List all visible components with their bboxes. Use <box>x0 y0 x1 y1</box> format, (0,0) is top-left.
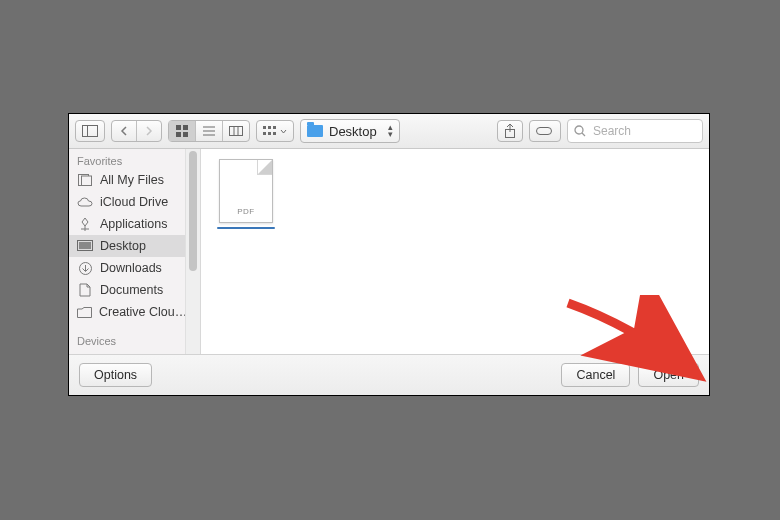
sidebar-item-label: Desktop <box>100 239 146 253</box>
chevron-left-icon <box>120 126 128 136</box>
svg-rect-16 <box>268 132 271 135</box>
svg-rect-9 <box>230 127 243 136</box>
sidebar-item-creative-cloud[interactable]: Creative Clou… <box>69 301 185 323</box>
sidebar-item-all-my-files[interactable]: All My Files <box>69 169 185 191</box>
list-icon <box>203 126 215 136</box>
back-button[interactable] <box>112 121 137 141</box>
options-button[interactable]: Options <box>79 363 152 387</box>
sidebar-item-label: Downloads <box>100 261 162 275</box>
sidebar-item-label: iCloud Drive <box>100 195 168 209</box>
applications-icon <box>77 217 93 231</box>
file-thumbnail: PDF <box>219 159 273 223</box>
column-view-button[interactable] <box>223 121 249 141</box>
dialog-footer: Options Cancel Open <box>69 354 709 395</box>
updown-icon: ▴▾ <box>388 124 393 138</box>
file-open-dialog: Desktop ▴▾ Favorites All My Files <box>68 113 710 396</box>
columns-icon <box>229 126 243 136</box>
sidebar: Favorites All My Files iCloud Drive Appl… <box>69 149 201 354</box>
grid-icon <box>176 125 188 137</box>
documents-icon <box>77 283 93 297</box>
share-button[interactable] <box>497 120 523 142</box>
view-mode-segment <box>168 120 250 142</box>
path-label: Desktop <box>329 124 377 139</box>
dialog-body: Favorites All My Files iCloud Drive Appl… <box>69 149 709 354</box>
toolbar: Desktop ▴▾ <box>69 114 709 149</box>
svg-rect-3 <box>183 125 188 130</box>
share-icon <box>504 124 516 138</box>
svg-rect-4 <box>176 132 181 137</box>
file-selection-indicator <box>217 227 275 229</box>
svg-rect-15 <box>263 132 266 135</box>
sidebar-item-documents[interactable]: Documents <box>69 279 185 301</box>
search-field[interactable] <box>567 119 703 143</box>
sidebar-item-icloud-drive[interactable]: iCloud Drive <box>69 191 185 213</box>
search-input[interactable] <box>591 123 675 139</box>
folder-icon <box>77 305 92 319</box>
file-item-pdf[interactable]: PDF <box>215 159 277 229</box>
chevron-right-icon <box>145 126 153 136</box>
search-icon <box>574 125 586 137</box>
sidebar-section-favorites: Favorites <box>69 149 185 169</box>
sidebar-item-label: Documents <box>100 283 163 297</box>
forward-button[interactable] <box>137 121 161 141</box>
sidebar-item-downloads[interactable]: Downloads <box>69 257 185 279</box>
all-my-files-icon <box>77 173 93 187</box>
svg-rect-12 <box>263 126 266 129</box>
chevron-down-icon <box>280 129 287 134</box>
icon-view-button[interactable] <box>169 121 196 141</box>
svg-rect-2 <box>176 125 181 130</box>
open-button[interactable]: Open <box>638 363 699 387</box>
sidebar-item-label: All My Files <box>100 173 164 187</box>
path-popup[interactable]: Desktop ▴▾ <box>300 119 400 143</box>
svg-rect-17 <box>273 132 276 135</box>
cancel-button[interactable]: Cancel <box>561 363 630 387</box>
file-type-label: PDF <box>220 207 272 216</box>
arrange-icon <box>263 126 277 136</box>
cloud-icon <box>77 195 93 209</box>
svg-line-22 <box>582 133 585 136</box>
sidebar-toggle-button[interactable] <box>75 120 105 142</box>
scrollbar-thumb[interactable] <box>189 151 197 271</box>
folder-icon <box>307 125 323 137</box>
svg-rect-0 <box>83 126 98 137</box>
svg-rect-14 <box>273 126 276 129</box>
downloads-icon <box>77 261 93 275</box>
nav-back-forward <box>111 120 162 142</box>
sidebar-item-applications[interactable]: Applications <box>69 213 185 235</box>
list-view-button[interactable] <box>196 121 223 141</box>
svg-rect-28 <box>79 242 91 249</box>
svg-rect-24 <box>81 176 91 186</box>
file-browser-area[interactable]: PDF <box>201 149 709 354</box>
tags-button[interactable] <box>529 120 561 142</box>
sidebar-scrollbar[interactable] <box>185 149 200 354</box>
sidebar-item-label: Creative Clou… <box>99 305 185 319</box>
desktop-icon <box>77 239 93 253</box>
sidebar-icon <box>82 125 98 137</box>
svg-rect-5 <box>183 132 188 137</box>
arrange-button[interactable] <box>256 120 294 142</box>
sidebar-item-desktop[interactable]: Desktop <box>69 235 185 257</box>
sidebar-item-label: Applications <box>100 217 167 231</box>
tag-icon <box>536 125 554 137</box>
sidebar-section-devices: Devices <box>69 329 185 349</box>
svg-rect-13 <box>268 126 271 129</box>
svg-point-21 <box>575 126 583 134</box>
svg-rect-20 <box>537 128 552 135</box>
